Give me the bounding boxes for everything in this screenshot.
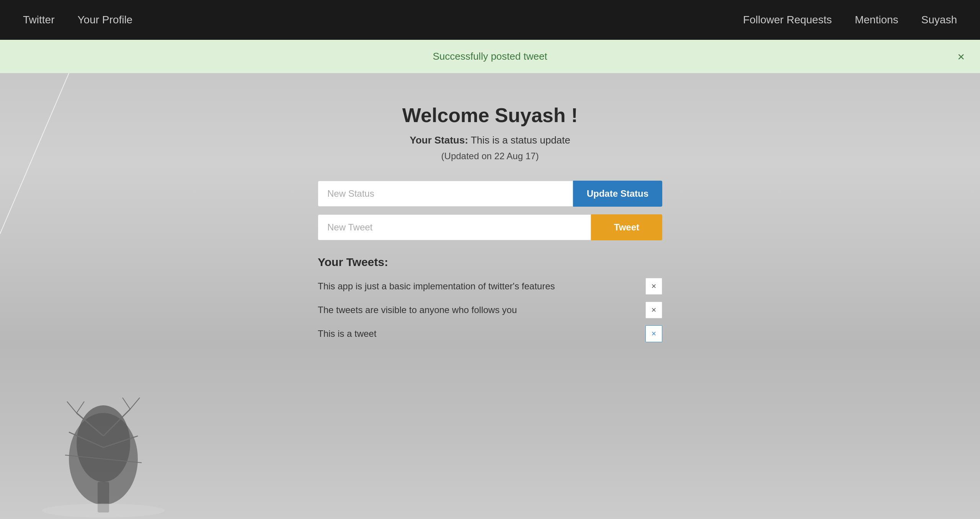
welcome-heading: Welcome Suyash ! [318, 104, 662, 127]
new-tweet-row: Tweet [318, 214, 662, 240]
center-container: Welcome Suyash ! Your Status: This is a … [318, 73, 662, 380]
svg-line-13 [130, 398, 140, 409]
status-label: Your Status: [410, 134, 468, 146]
delete-tweet-1-button[interactable]: × [645, 278, 662, 295]
nav-follower-requests-link[interactable]: Follower Requests [743, 14, 832, 26]
tree-decoration [31, 359, 176, 519]
svg-line-0 [0, 73, 69, 234]
tweet-text-2: The tweets are visible to anyone who fol… [318, 305, 645, 315]
new-status-input[interactable] [318, 181, 573, 207]
nav-mentions-link[interactable]: Mentions [855, 14, 898, 26]
alert-message: Successfully posted tweet [433, 51, 547, 62]
alert-close-button[interactable]: × [957, 51, 965, 63]
svg-line-12 [122, 398, 130, 409]
diagonal-line-decoration [0, 73, 230, 303]
update-status-button[interactable]: Update Status [573, 181, 662, 207]
status-line: Your Status: This is a status update [318, 134, 662, 146]
tweet-button[interactable]: Tweet [591, 214, 662, 240]
new-status-row: Update Status [318, 181, 662, 207]
nav-username-link[interactable]: Suyash [921, 14, 957, 26]
tweet-text-1: This app is just a basic implementation … [318, 281, 645, 292]
tweet-row: The tweets are visible to anyone who fol… [318, 302, 662, 318]
nav-twitter-link[interactable]: Twitter [23, 14, 54, 26]
svg-line-10 [67, 401, 77, 413]
tweet-row: This is a tweet × [318, 325, 662, 342]
status-value: This is a status update [471, 134, 570, 146]
nav-your-profile-link[interactable]: Your Profile [77, 14, 132, 26]
alert-banner: Successfully posted tweet × [0, 40, 980, 73]
svg-line-11 [77, 401, 84, 413]
new-tweet-input[interactable] [318, 214, 591, 240]
main-content: Welcome Suyash ! Your Status: This is a … [0, 73, 980, 519]
tweet-row: This app is just a basic implementation … [318, 278, 662, 295]
delete-tweet-2-button[interactable]: × [645, 302, 662, 318]
delete-tweet-3-button[interactable]: × [645, 325, 662, 342]
tweets-heading: Your Tweets: [318, 256, 662, 269]
tweet-text-3: This is a tweet [318, 328, 645, 339]
navbar-left: Twitter Your Profile [23, 14, 132, 26]
svg-point-14 [42, 504, 165, 517]
updated-line: (Updated on 22 Aug 17) [318, 151, 662, 162]
navbar-right: Follower Requests Mentions Suyash [743, 14, 957, 26]
navbar: Twitter Your Profile Follower Requests M… [0, 0, 980, 40]
tweets-section: Your Tweets: This app is just a basic im… [318, 256, 662, 342]
